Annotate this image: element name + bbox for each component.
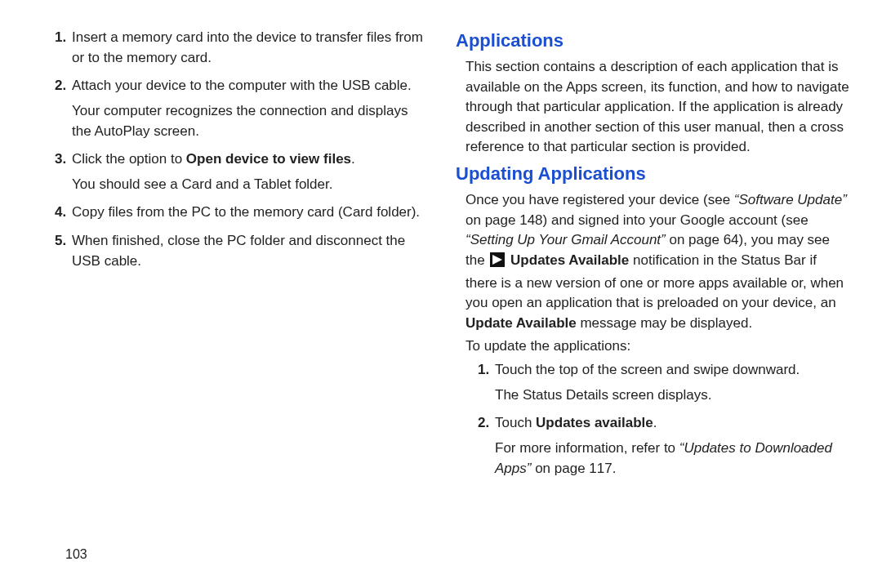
step-text: Attach your device to the computer with … (72, 78, 412, 93)
txt-bold: Updates Available (510, 252, 629, 268)
heading-applications: Applications (456, 28, 849, 54)
step-pre: Click the option to (72, 151, 186, 167)
step-post: . (351, 151, 355, 167)
list-item: Touch Updates available. For more inform… (493, 413, 849, 479)
list-item: When finished, close the PC folder and d… (70, 231, 426, 271)
txt: Once you have registered your device (se… (466, 192, 734, 207)
step-sub: Your computer recognizes the connection … (72, 101, 426, 141)
step-sub: You should see a Card and a Tablet folde… (72, 175, 426, 195)
txt: on page 148) and signed into your Google… (466, 212, 808, 228)
step-post: . (653, 415, 657, 430)
page-number: 103 (65, 545, 87, 564)
updating-body: Once you have registered your device (se… (466, 190, 849, 333)
step-sub: The Status Details screen displays. (495, 385, 849, 406)
right-steps: Touch the top of the screen and swipe do… (456, 360, 849, 479)
step-text: When finished, close the PC folder and d… (72, 233, 405, 269)
manual-page: Insert a memory card into the device to … (0, 0, 882, 588)
left-column: Insert a memory card into the device to … (33, 28, 443, 588)
step-bold: Updates available (536, 415, 653, 430)
list-item: Copy files from the PC to the memory car… (70, 203, 426, 223)
txt: message may be displayed. (577, 315, 752, 331)
update-lead: To update the applications: (466, 336, 849, 357)
step-bold: Open device to view files (186, 151, 351, 167)
txt-bold: Update Available (466, 315, 577, 331)
sub-post: on page 117. (531, 461, 616, 476)
step-text: Copy files from the PC to the memory car… (72, 204, 420, 220)
cross-ref: “Software Update” (734, 192, 847, 207)
list-item: Click the option to Open device to view … (70, 149, 426, 194)
list-item: Attach your device to the computer with … (70, 76, 426, 141)
applications-body: This section contains a description of e… (466, 57, 849, 158)
play-store-icon (490, 252, 505, 274)
step-text: Insert a memory card into the device to … (72, 29, 423, 65)
sub-pre: For more information, refer to (495, 440, 679, 456)
list-item: Insert a memory card into the device to … (70, 28, 426, 68)
step-sub: For more information, refer to “Updates … (495, 439, 849, 479)
list-item: Touch the top of the screen and swipe do… (493, 360, 849, 405)
left-steps: Insert a memory card into the device to … (33, 28, 426, 271)
heading-updating: Updating Applications (456, 161, 849, 187)
right-column: Applications This section contains a des… (443, 28, 849, 588)
step-pre: Touch (495, 415, 536, 430)
step-text: Touch the top of the screen and swipe do… (495, 362, 800, 377)
cross-ref: “Setting Up Your Gmail Account” (466, 232, 666, 247)
